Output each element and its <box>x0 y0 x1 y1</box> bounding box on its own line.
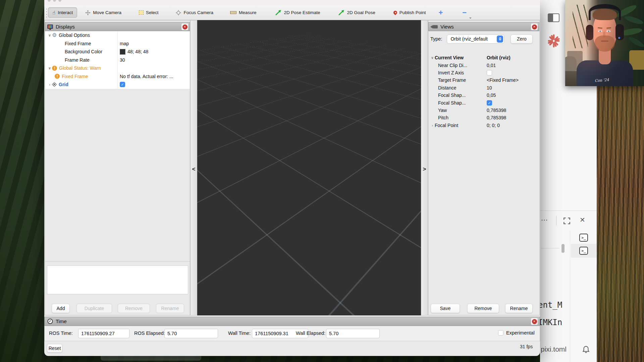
traffic-light-dot[interactable] <box>58 0 61 2</box>
viewport-grid-plane <box>197 20 421 138</box>
tree-row-fixed-frame-warning[interactable]: ! Fixed Frame No tf data. Actual error: … <box>45 72 190 81</box>
green-arrow-icon <box>338 10 345 15</box>
grid-enabled-checkbox[interactable] <box>120 82 125 87</box>
chevron-down-icon[interactable]: ∨ <box>430 56 435 60</box>
tree-row-focal-shape-fixed[interactable]: Focal Shap... <box>429 99 539 106</box>
duplicate-display-button[interactable]: Duplicate <box>76 304 112 313</box>
scrollbar-thumb[interactable] <box>561 244 565 253</box>
add-display-button[interactable]: Add <box>52 304 70 313</box>
tool-2d-pose-estimate[interactable]: 2D Pose Estimate <box>271 7 324 18</box>
displays-panel-header[interactable]: Displays <box>45 22 190 31</box>
chevron-down-icon[interactable]: ∨ <box>47 66 52 70</box>
window-titlebar[interactable] <box>44 0 540 5</box>
ruler-icon <box>230 11 236 14</box>
tree-row-focal-shape-size[interactable]: Focal Shap... 0,05 <box>429 92 539 99</box>
terminal-icon[interactable]: >_ <box>579 247 588 255</box>
traffic-light-dot[interactable] <box>48 0 51 2</box>
toolbar-overflow-chevron-icon[interactable]: ⌄ <box>469 15 472 19</box>
warning-icon: ! <box>55 74 60 79</box>
property-value[interactable]: 0,785398 <box>484 115 539 120</box>
tool-measure[interactable]: Measure <box>226 8 261 17</box>
rename-display-button[interactable]: Rename <box>156 304 184 313</box>
tree-row-global-status[interactable]: ∨ ! Global Status: Warn <box>45 64 190 72</box>
tool-move-camera[interactable]: Move Camera <box>81 8 125 18</box>
time-panel-header[interactable]: Time <box>44 317 540 326</box>
tree-row-target-frame[interactable]: Target Frame <Fixed Frame> <box>429 76 539 84</box>
property-value[interactable]: 0,785398 <box>484 108 539 113</box>
ros-time-input[interactable] <box>78 329 129 338</box>
remove-display-button[interactable]: Remove <box>118 304 150 313</box>
expand-icon[interactable] <box>563 217 571 225</box>
wall-elapsed-input[interactable] <box>326 329 380 338</box>
fps-counter: 31 fps <box>520 344 533 349</box>
bell-icon[interactable] <box>582 345 590 354</box>
ros-elapsed-input[interactable] <box>164 329 218 338</box>
property-value[interactable]: 48; 48; 48 <box>127 49 148 54</box>
close-icon[interactable] <box>531 23 538 30</box>
property-value[interactable]: map <box>120 41 129 46</box>
close-icon[interactable] <box>181 23 188 30</box>
tree-row-global-options[interactable]: ∨ ⚙ Global Options <box>45 31 190 40</box>
property-value[interactable]: 10 <box>484 85 539 90</box>
crosshair-icon <box>176 10 181 15</box>
property-value[interactable]: 0,05 <box>484 93 539 98</box>
experimental-toggle[interactable]: Experimental <box>498 330 535 336</box>
close-icon[interactable]: ✕ <box>580 216 585 224</box>
property-value[interactable]: 0,01 <box>484 63 539 68</box>
panel-splitter[interactable] <box>45 261 190 262</box>
toolbar-drag-handle[interactable] <box>45 8 48 18</box>
tree-row-yaw[interactable]: Yaw 0,785398 <box>429 107 539 114</box>
tree-row-pitch[interactable]: Pitch 0,785398 <box>429 114 539 121</box>
collapse-right-panel-button[interactable]: > <box>421 20 428 315</box>
tree-row-background-color[interactable]: Background Color 48; 48; 48 <box>45 48 190 56</box>
webcam-overlay: Con '24 <box>565 0 644 86</box>
remove-tool-button[interactable]: − <box>462 8 467 17</box>
chevron-right-icon[interactable]: › <box>47 82 52 86</box>
starburst-logo-icon <box>547 33 561 49</box>
description-area <box>47 265 188 294</box>
clock-icon <box>47 318 53 324</box>
tree-row-near-clip[interactable]: Near Clip Di... 0,01 <box>429 61 539 69</box>
view-type-dropdown[interactable]: Orbit (rviz_default <box>447 35 504 44</box>
save-view-button[interactable]: Save <box>431 304 460 313</box>
property-value[interactable]: 0; 0; 0 <box>484 123 539 128</box>
more-options-icon[interactable]: ⋯ <box>541 216 548 224</box>
time-panel-title: Time <box>56 318 67 324</box>
remove-view-button[interactable]: Remove <box>467 304 499 313</box>
tree-row-invert-z[interactable]: Invert Z Axis <box>429 69 539 76</box>
chevron-right-icon[interactable]: › <box>430 123 435 127</box>
chevron-down-icon[interactable]: ∨ <box>47 33 52 38</box>
3d-viewport[interactable] <box>197 20 421 315</box>
experimental-checkbox[interactable] <box>498 330 503 336</box>
code-fragment: ent_M <box>538 300 562 310</box>
views-panel-header[interactable]: Views <box>428 22 539 31</box>
traffic-light-dot[interactable] <box>53 0 56 2</box>
color-swatch[interactable] <box>120 49 125 55</box>
tool-2d-goal-pose[interactable]: 2D Goal Pose <box>334 7 379 18</box>
tree-row-focal-point[interactable]: ›Focal Point 0; 0; 0 <box>429 122 539 129</box>
tree-row-current-view[interactable]: ∨Current View Orbit (rviz) <box>429 54 539 61</box>
tree-row-fixed-frame[interactable]: Fixed Frame map <box>45 40 190 48</box>
add-tool-button[interactable]: + <box>438 8 443 17</box>
invert-z-checkbox[interactable] <box>487 70 492 75</box>
sidebar-toggle-icon[interactable] <box>548 13 559 22</box>
tree-row-grid[interactable]: › Grid <box>45 80 190 89</box>
property-value[interactable]: 30 <box>120 57 125 63</box>
status-bar-filename[interactable]: pixi.toml <box>541 345 567 353</box>
property-value[interactable]: <Fixed Frame> <box>484 77 539 83</box>
tool-select[interactable]: Select <box>135 8 163 17</box>
tool-interact[interactable]: ☝ Interact <box>48 7 77 18</box>
desktop: ⋯ ✕ >_ >_ ent_M IMKIn pixi.toml ☝ <box>0 0 644 362</box>
focal-shape-checkbox[interactable] <box>487 100 492 106</box>
tool-publish-point[interactable]: Publish Point <box>389 8 430 17</box>
terminal-icon[interactable]: >_ <box>579 234 588 242</box>
tool-focus-camera[interactable]: Focus Camera <box>172 8 217 18</box>
reset-button[interactable]: Reset <box>47 344 62 353</box>
collapse-left-panel-button[interactable]: < <box>190 20 197 315</box>
rename-view-button[interactable]: Rename <box>505 304 533 313</box>
tree-row-distance[interactable]: Distance 10 <box>429 84 539 92</box>
zero-button[interactable]: Zero <box>511 35 533 44</box>
tree-row-frame-rate[interactable]: Frame Rate 30 <box>45 56 190 64</box>
warning-icon: ! <box>52 66 57 71</box>
close-icon[interactable] <box>531 318 538 325</box>
